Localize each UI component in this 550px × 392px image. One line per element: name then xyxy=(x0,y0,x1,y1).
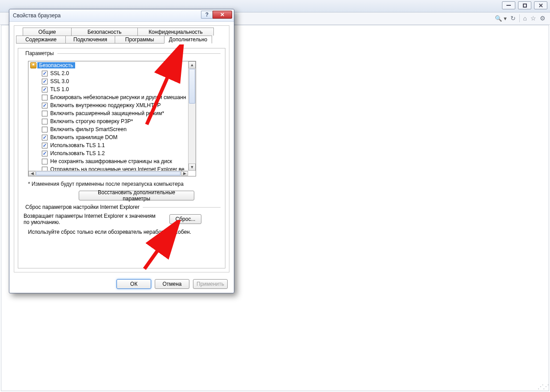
tree-item-label: SSL 2.0 xyxy=(50,70,69,76)
horizontal-scrollbar[interactable]: ◀ ▶ xyxy=(28,171,188,176)
tab-general[interactable]: Общие xyxy=(23,28,72,36)
reset-warning-note: Используйте сброс только если обозревате… xyxy=(28,229,191,235)
vertical-scrollbar[interactable]: ▲ ▼ xyxy=(188,61,196,171)
tree-item[interactable]: Включить фильтр SmartScreen xyxy=(28,125,188,133)
checkbox[interactable] xyxy=(42,167,48,171)
advanced-panel: Параметры БезопасностьSSL 2.0SSL 3.0TLS … xyxy=(18,48,225,268)
tree-item[interactable]: Включить хранилище DOM xyxy=(28,133,188,141)
tree-item[interactable]: Включить расширенный защищенный режим* xyxy=(28,109,188,117)
restore-advanced-button[interactable]: Восстановить дополнительные параметры xyxy=(79,191,194,200)
checkbox[interactable] xyxy=(42,143,48,148)
dialog-help-button[interactable]: ? xyxy=(201,11,213,19)
checkbox[interactable] xyxy=(42,151,48,156)
tree-item-label: Включить расширенный защищенный режим* xyxy=(50,110,164,116)
apply-button[interactable]: Применить xyxy=(193,279,228,289)
window-close-button[interactable]: ✕ xyxy=(534,1,547,9)
tree-item-label: Отправлять на посещаемые через Internet … xyxy=(50,166,185,171)
ok-button[interactable]: ОК xyxy=(116,279,151,289)
checkbox[interactable] xyxy=(42,79,48,84)
refresh-icon[interactable]: ↻ xyxy=(510,15,516,22)
tab-privacy[interactable]: Конфиденциальность xyxy=(137,28,214,36)
tree-item[interactable]: Блокировать небезопасные рисунки и друго… xyxy=(28,93,188,101)
divider xyxy=(143,207,221,208)
tree-item[interactable]: Не сохранять зашифрованные страницы на д… xyxy=(28,157,188,165)
tree-item[interactable]: Использовать TLS 1.2 xyxy=(28,149,188,157)
dialog-body: Общие Безопасность Конфиденциальность Со… xyxy=(14,25,229,272)
resize-grip[interactable]: ⋰⋰ xyxy=(538,383,548,390)
search-icon[interactable]: 🔍 ▾ xyxy=(495,15,507,22)
tree-category-security[interactable]: Безопасность xyxy=(28,61,188,69)
tree-item-label: Не сохранять зашифрованные страницы на д… xyxy=(50,158,172,164)
favorites-icon[interactable]: ☆ xyxy=(530,15,536,22)
checkbox[interactable] xyxy=(42,71,48,76)
tree-item-label: Включить строгую проверку P3P* xyxy=(50,118,133,124)
tree-item[interactable]: Включить строгую проверку P3P* xyxy=(28,117,188,125)
lock-icon xyxy=(30,62,36,68)
settings-group-label: Параметры xyxy=(24,50,56,56)
checkbox[interactable] xyxy=(42,159,48,164)
tree-item-label: Использовать TLS 1.1 xyxy=(50,142,105,148)
scroll-thumb[interactable] xyxy=(189,69,195,104)
dialog-close-button[interactable]: ✕ xyxy=(213,11,232,19)
tree-item[interactable]: SSL 3.0 xyxy=(28,77,188,85)
scroll-right-button[interactable]: ▶ xyxy=(181,171,188,176)
home-icon[interactable]: ⌂ xyxy=(523,15,527,22)
restart-note: * Изменения будут применены после переза… xyxy=(28,181,184,187)
checkbox[interactable] xyxy=(42,87,48,92)
settings-icon[interactable]: ⚙ xyxy=(540,15,546,22)
dialog-titlebar[interactable]: Свойства браузера ? ✕ xyxy=(9,9,234,22)
tab-programs[interactable]: Программы xyxy=(115,36,165,44)
scroll-up-button[interactable]: ▲ xyxy=(189,61,196,68)
hscroll-thumb[interactable] xyxy=(36,172,181,176)
tree-item[interactable]: Отправлять на посещаемые через Internet … xyxy=(28,165,188,171)
internet-options-dialog: Свойства браузера ? ✕ Общие Безопасность… xyxy=(9,9,234,293)
toolbar-separator xyxy=(519,14,520,22)
scroll-down-button[interactable]: ▼ xyxy=(189,164,196,171)
reset-group-label: Сброс параметров настройки Internet Expl… xyxy=(24,204,141,210)
checkbox[interactable] xyxy=(42,95,48,100)
checkbox[interactable] xyxy=(42,119,48,124)
checkbox[interactable] xyxy=(42,135,48,140)
reset-button[interactable]: Сброс... xyxy=(169,214,201,224)
tree-item-label: Включить внутреннюю поддержку XMLHTTP xyxy=(50,102,161,108)
window-maximize-button[interactable] xyxy=(518,1,531,9)
tree-item-label: TLS 1.0 xyxy=(50,86,69,92)
tree-item[interactable]: SSL 2.0 xyxy=(28,69,188,77)
reset-description: Возвращает параметры Internet Explorer к… xyxy=(24,213,157,225)
checkbox[interactable] xyxy=(42,111,48,116)
tree-item-label: Включить фильтр SmartScreen xyxy=(50,126,127,132)
tree-item-label: SSL 3.0 xyxy=(50,78,69,84)
window-minimize-button[interactable] xyxy=(502,1,515,9)
tab-advanced[interactable]: Дополнительно xyxy=(164,36,212,44)
tree-item[interactable]: Включить внутреннюю поддержку XMLHTTP xyxy=(28,101,188,109)
checkbox[interactable] xyxy=(42,103,48,108)
tab-connections[interactable]: Подключения xyxy=(65,36,115,44)
tree-item[interactable]: TLS 1.0 xyxy=(28,85,188,93)
tabs-container: Общие Безопасность Конфиденциальность Со… xyxy=(16,28,227,47)
checkbox[interactable] xyxy=(42,127,48,132)
dialog-footer: ОК Отмена Применить xyxy=(9,275,234,293)
scroll-left-button[interactable]: ◀ xyxy=(28,171,36,176)
tree-category-label: Безопасность xyxy=(37,62,75,68)
settings-tree[interactable]: БезопасностьSSL 2.0SSL 3.0TLS 1.0Блокиро… xyxy=(28,61,196,176)
cancel-button[interactable]: Отмена xyxy=(155,279,189,289)
divider xyxy=(57,53,221,54)
dialog-title: Свойства браузера xyxy=(13,12,61,19)
tab-content[interactable]: Содержание xyxy=(16,36,66,44)
tree-item-label: Включить хранилище DOM xyxy=(50,134,117,140)
tree-item[interactable]: Использовать TLS 1.1 xyxy=(28,141,188,149)
tab-security[interactable]: Безопасность xyxy=(71,28,138,36)
tree-item-label: Блокировать небезопасные рисунки и друго… xyxy=(50,94,186,100)
tree-item-label: Использовать TLS 1.2 xyxy=(50,150,105,156)
